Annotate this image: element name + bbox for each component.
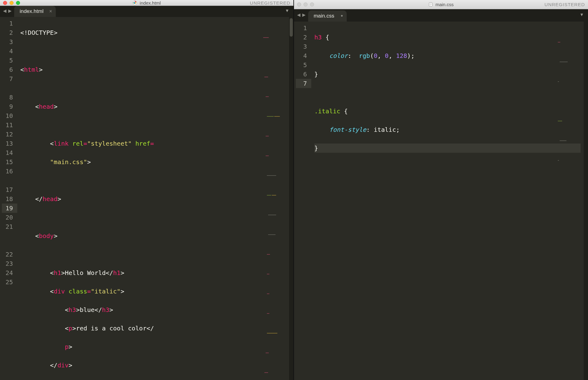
code-token: > <box>54 29 57 36</box>
code-token: red is a cool color <box>76 325 147 332</box>
zoom-window-icon[interactable] <box>310 2 314 6</box>
back-icon[interactable]: ◀ <box>297 11 300 18</box>
code-token: head <box>43 195 57 203</box>
license-status: UNREGISTERED <box>250 0 290 6</box>
right-editor[interactable]: 1234567 h3 { color: rgb(0, 0, 128); } .i… <box>294 22 588 380</box>
code-token: : <box>348 52 351 59</box>
code-token: h3 <box>69 306 76 313</box>
titlebar-filename: main.css <box>435 2 454 7</box>
close-window-icon[interactable] <box>3 1 7 5</box>
code-token <box>132 140 135 147</box>
tab-main-css[interactable]: main.css • <box>308 10 347 22</box>
tab-index-html[interactable]: index.html × <box>14 6 56 17</box>
code-token: > <box>54 232 57 240</box>
titlebar-title: index.html <box>0 0 293 6</box>
titlebar-filename: index.html <box>140 0 161 6</box>
code-token: < <box>65 325 69 332</box>
minimize-window-icon[interactable] <box>304 2 308 6</box>
code-token: ) <box>407 52 411 59</box>
code-token: DOCTYPE <box>28 29 54 36</box>
right-tabstrip: ◀ ▶ main.css • ▼ <box>294 9 588 22</box>
code-token: ( <box>370 52 374 59</box>
code-token: = <box>87 288 91 295</box>
app-root: index.html UNREGISTERED ◀ ▶ index.html ×… <box>0 0 588 380</box>
code-token: <! <box>20 29 28 36</box>
history-nav: ◀ ▶ <box>296 11 308 20</box>
code-token: > <box>76 306 80 313</box>
code-token: p <box>69 325 72 332</box>
code-token: "italic" <box>91 288 120 295</box>
code-token: div <box>54 288 65 295</box>
left-pane: index.html UNREGISTERED ◀ ▶ index.html ×… <box>0 0 294 380</box>
code-token: , <box>389 52 396 59</box>
code-token: italic <box>374 126 396 133</box>
code-token: > <box>39 66 43 73</box>
code-token: html <box>24 66 39 73</box>
code-token: h3 <box>102 306 109 313</box>
right-scrollbar[interactable] <box>584 22 588 380</box>
tab-close-icon[interactable]: × <box>49 9 52 14</box>
code-token <box>370 126 374 133</box>
code-token: </ <box>50 362 57 369</box>
code-token: < <box>35 232 39 240</box>
chrome-icon <box>133 1 137 5</box>
code-token: font-style <box>329 126 366 133</box>
tab-label: index.html <box>20 8 43 14</box>
left-code[interactable]: <!DOCTYPE> <html> <head> <link rel="styl… <box>17 17 289 380</box>
code-token: 128 <box>396 52 407 59</box>
right-pane: main.css UNREGISTERED ◀ ▶ main.css • ▼ 1… <box>294 0 588 380</box>
code-token: } <box>314 144 318 152</box>
code-token: > <box>87 158 91 166</box>
code-token: .italic <box>314 107 340 115</box>
code-token <box>322 34 325 41</box>
code-token <box>314 126 329 133</box>
tab-label: main.css <box>314 13 334 19</box>
code-token: blue <box>80 306 95 313</box>
left-scrollbar[interactable] <box>289 17 293 380</box>
code-token: > <box>61 269 65 277</box>
left-tabstrip: ◀ ▶ index.html × ▼ <box>0 6 293 17</box>
code-token: </ <box>146 325 154 332</box>
scroll-thumb[interactable] <box>290 18 293 37</box>
code-token: href <box>135 140 150 147</box>
code-token: div <box>57 362 68 369</box>
code-token: > <box>120 288 124 295</box>
code-token: < <box>65 306 69 313</box>
forward-icon[interactable]: ▶ <box>8 7 12 14</box>
code-token: "stylesheet" <box>87 140 132 147</box>
tabs-dropdown-icon[interactable]: ▼ <box>283 8 292 15</box>
code-token: p <box>65 343 69 350</box>
right-gutter: 1234567 <box>294 22 311 380</box>
left-gutter: 1234567 8910111213141516 1718192021 2223… <box>0 17 17 380</box>
code-token: < <box>20 66 24 73</box>
code-token: = <box>84 140 87 147</box>
code-token: h3 <box>314 34 322 41</box>
code-token: rel <box>72 140 84 147</box>
code-token: ; <box>411 52 414 59</box>
code-token: > <box>69 343 72 350</box>
right-titlebar: main.css UNREGISTERED <box>294 0 588 9</box>
back-icon[interactable]: ◀ <box>3 7 6 14</box>
history-nav: ◀ ▶ <box>2 7 14 16</box>
code-token: < <box>50 140 54 147</box>
code-token: h1 <box>54 269 61 277</box>
code-token <box>69 140 72 147</box>
tab-dirty-icon[interactable]: • <box>341 12 343 19</box>
code-token: = <box>150 140 154 147</box>
code-token: > <box>120 269 124 277</box>
tabs-dropdown-icon[interactable]: ▼ <box>578 12 586 19</box>
code-token: body <box>39 232 54 240</box>
code-token: , <box>378 52 385 59</box>
minimize-window-icon[interactable] <box>10 1 14 5</box>
code-token: < <box>35 103 39 110</box>
left-editor[interactable]: 1234567 8910111213141516 1718192021 2223… <box>0 17 293 380</box>
close-window-icon[interactable] <box>297 2 301 6</box>
code-token: </ <box>35 195 43 203</box>
code-token: { <box>344 107 348 115</box>
code-token: 0 <box>385 52 389 59</box>
code-token <box>340 107 344 115</box>
code-token: link <box>54 140 68 147</box>
zoom-window-icon[interactable] <box>16 1 20 5</box>
forward-icon[interactable]: ▶ <box>302 11 306 18</box>
right-code[interactable]: h3 { color: rgb(0, 0, 128); } .italic { … <box>311 22 584 380</box>
